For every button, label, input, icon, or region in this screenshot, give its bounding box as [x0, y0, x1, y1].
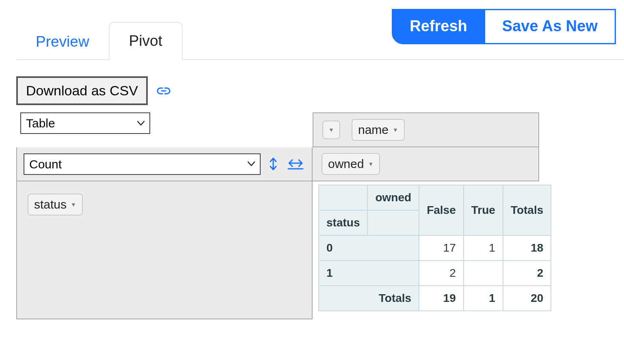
- column-fields-zone-2[interactable]: owned ▼: [313, 147, 539, 181]
- cell: 17: [419, 235, 464, 261]
- triangle-down-icon: ▼: [328, 127, 334, 133]
- link-icon[interactable]: [157, 86, 171, 95]
- grand-total: 20: [503, 286, 551, 311]
- cell: 2: [419, 261, 464, 286]
- column-fields-zone[interactable]: ▼ name ▼: [313, 112, 539, 147]
- aggregator-select[interactable]: Count: [24, 153, 261, 175]
- row-axis-label: status: [319, 210, 367, 235]
- sort-rows-button[interactable]: [266, 155, 280, 172]
- col-header: False: [419, 185, 464, 235]
- triangle-down-icon: ▼: [368, 161, 374, 167]
- col-total: 19: [419, 286, 464, 311]
- tab-pivot[interactable]: Pivot: [109, 22, 183, 60]
- renderer-select[interactable]: Table: [20, 112, 150, 134]
- row-total: 18: [503, 235, 551, 261]
- refresh-button[interactable]: Refresh: [392, 9, 485, 44]
- save-as-new-button[interactable]: Save As New: [485, 9, 616, 44]
- table-row: 0 17 1 18: [319, 235, 551, 261]
- col-axis-label: owned: [367, 185, 419, 210]
- triangle-down-icon: ▼: [71, 201, 76, 208]
- totals-label: Totals: [319, 286, 419, 311]
- row-key: 0: [319, 235, 419, 261]
- field-label: owned: [328, 157, 364, 171]
- cell: [464, 261, 503, 286]
- cell: 1: [464, 235, 503, 261]
- sort-cols-button[interactable]: [286, 156, 305, 172]
- row-key: 1: [319, 261, 419, 286]
- unused-field-dropdown[interactable]: ▼: [322, 121, 340, 139]
- row-fields-zone[interactable]: status ▼: [16, 181, 313, 319]
- empty-cell: [367, 210, 419, 235]
- field-label: status: [34, 198, 67, 211]
- col-header: True: [464, 185, 503, 235]
- field-pill-owned[interactable]: owned ▼: [322, 153, 380, 175]
- download-csv-button[interactable]: Download as CSV: [16, 76, 148, 105]
- totals-row: Totals 19 1 20: [319, 286, 551, 311]
- row-total: 2: [503, 261, 551, 286]
- tab-preview[interactable]: Preview: [16, 24, 109, 60]
- triangle-down-icon: ▼: [393, 127, 398, 133]
- pivot-result-table: owned False True Totals status 0: [318, 185, 551, 311]
- field-pill-name[interactable]: name ▼: [352, 119, 405, 141]
- table-row: 1 2 2: [319, 261, 551, 286]
- empty-corner: [319, 185, 367, 210]
- totals-header: Totals: [503, 185, 551, 235]
- field-label: name: [358, 123, 389, 137]
- col-total: 1: [464, 286, 503, 311]
- field-pill-status[interactable]: status ▼: [28, 194, 83, 215]
